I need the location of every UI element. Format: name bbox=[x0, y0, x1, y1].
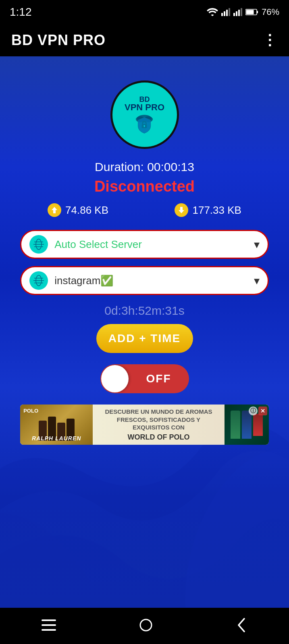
app-select-dropdown[interactable]: instagram✅ ▾ bbox=[20, 266, 269, 295]
battery-text: 76% bbox=[262, 7, 279, 17]
server-select-label: Auto Select Server bbox=[54, 238, 142, 251]
svg-rect-7 bbox=[241, 8, 242, 16]
app-dropdown-arrow: ▾ bbox=[254, 274, 260, 287]
wifi-icon bbox=[207, 8, 218, 16]
download-icon bbox=[175, 203, 188, 217]
server-select-left: Auto Select Server bbox=[29, 235, 142, 254]
upload-stat: 74.86 KB bbox=[48, 203, 108, 217]
svg-rect-30 bbox=[42, 624, 56, 626]
download-value: 177.33 KB bbox=[192, 204, 241, 217]
nav-home-button[interactable] bbox=[139, 618, 153, 634]
toggle-knob bbox=[101, 365, 129, 392]
upload-value: 74.86 KB bbox=[65, 204, 108, 217]
svg-rect-18 bbox=[144, 126, 145, 127]
ad-bottle-blue bbox=[242, 411, 252, 439]
svg-rect-5 bbox=[236, 11, 237, 16]
logo-inner: BD VPN PRO bbox=[125, 96, 164, 134]
toggle-label: OFF bbox=[129, 372, 189, 385]
vpn-toggle[interactable]: OFF bbox=[100, 364, 189, 393]
logo-container: BD VPN PRO bbox=[110, 80, 179, 149]
session-timer: 0d:3h:52m:31s bbox=[104, 304, 184, 318]
ad-bottle-green bbox=[231, 411, 240, 439]
svg-rect-0 bbox=[221, 13, 223, 16]
svg-rect-31 bbox=[42, 629, 56, 631]
svg-rect-4 bbox=[233, 13, 235, 16]
ad-polo-brand: POLO bbox=[23, 408, 38, 414]
ad-close-button[interactable]: ✕ bbox=[258, 407, 267, 415]
top-bar: BD VPN PRO ⋮ bbox=[0, 24, 289, 56]
ad-banner: POLO RALPH LAUREN DESCUBRE UN MUNDO DE A… bbox=[20, 405, 269, 445]
svg-rect-3 bbox=[229, 8, 230, 16]
shield-lock-icon bbox=[133, 112, 156, 134]
transfer-stats: 74.86 KB 177.33 KB bbox=[15, 203, 274, 217]
logo-text-bd: BD bbox=[139, 96, 150, 103]
download-stat: 177.33 KB bbox=[175, 203, 241, 217]
ad-world-polo: WORLD OF POLO bbox=[98, 433, 219, 442]
more-icon[interactable]: ⋮ bbox=[262, 32, 278, 49]
status-bar: 1:12 76% bbox=[0, 0, 289, 24]
svg-point-32 bbox=[140, 619, 152, 631]
app-title: BD VPN PRO bbox=[11, 32, 106, 49]
nav-back-button[interactable] bbox=[236, 618, 247, 634]
server-select-dropdown[interactable]: Auto Select Server ▾ bbox=[20, 230, 269, 259]
svg-rect-1 bbox=[224, 11, 225, 16]
add-time-button[interactable]: ADD + TIME bbox=[96, 324, 193, 353]
logo-text-vpn: VPN PRO bbox=[125, 103, 164, 112]
connection-status: Disconnected bbox=[94, 178, 195, 195]
signal-icon bbox=[221, 8, 230, 16]
add-time-label: ADD + TIME bbox=[108, 332, 181, 345]
status-time: 1:12 bbox=[10, 6, 32, 19]
upload-icon bbox=[48, 203, 61, 217]
svg-rect-9 bbox=[246, 10, 254, 14]
svg-rect-2 bbox=[226, 10, 228, 16]
ad-info-button[interactable]: ⓘ bbox=[249, 407, 258, 415]
ad-center: DESCUBRE UN MUNDO DE AROMAS FRESCOS, SOF… bbox=[93, 405, 225, 445]
main-content: BD VPN PRO Duration: 00:00:13 Discon bbox=[0, 56, 289, 608]
svg-rect-6 bbox=[238, 10, 240, 16]
app-icon bbox=[29, 271, 48, 290]
signal-icon-2 bbox=[233, 8, 242, 16]
status-icons: 76% bbox=[207, 7, 279, 17]
app-select-left: instagram✅ bbox=[29, 271, 113, 290]
server-icon bbox=[29, 235, 48, 254]
svg-rect-29 bbox=[42, 619, 56, 621]
ad-bottle-red bbox=[253, 414, 263, 436]
bottom-nav bbox=[0, 608, 289, 644]
ad-polo-image: POLO RALPH LAUREN bbox=[20, 405, 93, 445]
server-dropdown-arrow: ▾ bbox=[254, 238, 260, 251]
svg-rect-10 bbox=[257, 11, 258, 13]
nav-menu-button[interactable] bbox=[42, 619, 56, 632]
app-select-label: instagram✅ bbox=[54, 275, 113, 287]
ad-ralph-lauren: RALPH LAUREN bbox=[20, 435, 93, 442]
ad-description: DESCUBRE UN MUNDO DE AROMAS FRESCOS, SOF… bbox=[98, 408, 219, 431]
duration-text: Duration: 00:00:13 bbox=[95, 160, 194, 174]
battery-icon bbox=[245, 8, 258, 16]
